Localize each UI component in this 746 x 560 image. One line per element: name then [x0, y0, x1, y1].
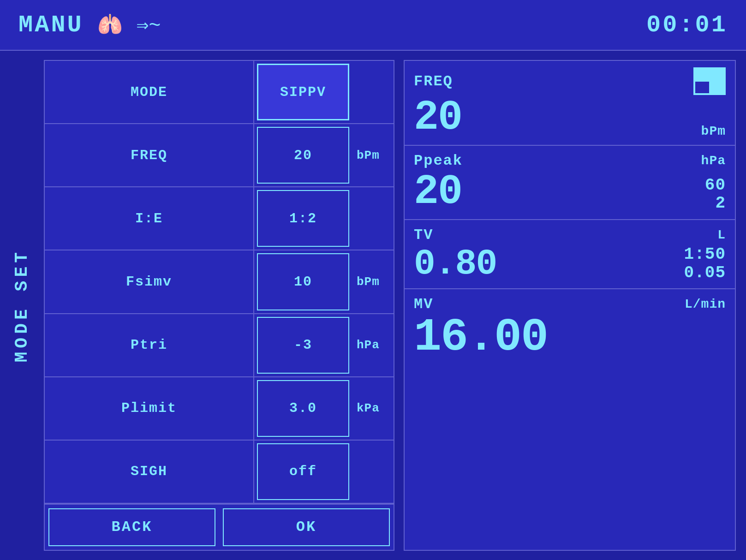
settings-row-ie: I:E 1:2 — [45, 187, 394, 250]
grid-cell-2 — [710, 69, 724, 81]
right-ppeak-stack: 60 2 — [705, 176, 726, 213]
right-ppeak-label: Ppeak — [414, 152, 463, 169]
settings-row-plimit: Plimit 3.0 kPa — [45, 377, 394, 441]
right-tv-small-bottom: 0.05 — [684, 264, 726, 282]
lungs-icon: 🫁 — [97, 12, 123, 37]
label-mode: MODE — [45, 61, 254, 123]
value-mode[interactable]: SIPPV — [257, 64, 349, 120]
right-mv-value-row: 16.00 — [414, 315, 726, 361]
right-tv-label: TV — [414, 226, 433, 244]
right-freq-unit: bPm — [701, 124, 726, 138]
right-tv-unit: L — [717, 228, 726, 242]
header-time: 00:01 — [646, 12, 728, 39]
value-ie[interactable]: 1:2 — [257, 190, 349, 247]
grid-icon — [693, 67, 726, 95]
value-plimit[interactable]: 3.0 — [257, 380, 349, 437]
header-title: MANU — [18, 12, 84, 39]
main-content: MODE SET MODE SIPPV FREQ 20 bPm I:E 1:2 … — [0, 51, 746, 560]
value-fsimv[interactable]: 10 — [257, 253, 349, 310]
right-ppeak-unit: hPa — [701, 154, 726, 168]
right-freq-value: 20 — [414, 97, 462, 138]
unit-ptri: hPa — [352, 314, 394, 376]
value-freq[interactable]: 20 — [257, 127, 349, 184]
right-ppeak-value: 20 — [414, 171, 462, 213]
right-ppeak-value-row: 20 60 2 — [414, 171, 726, 213]
button-row: BACK OK — [45, 504, 394, 550]
unit-freq: bPm — [352, 124, 394, 186]
right-mv-value: 16.00 — [414, 315, 548, 361]
grid-cell-3 — [695, 81, 710, 94]
right-tv-value-row: 0.80 1:50 0.05 — [414, 245, 726, 282]
unit-fsimv: bPm — [352, 250, 394, 313]
unit-sigh — [352, 441, 394, 503]
ventilator-icon: ⇒~ — [137, 12, 161, 37]
label-plimit: Plimit — [45, 377, 254, 440]
grid-cell-1 — [695, 69, 710, 81]
right-tv-small-top: 1:50 — [684, 245, 726, 264]
right-tv-section: TV L 0.80 1:50 0.05 — [405, 220, 735, 289]
settings-row-fsimv: Fsimv 10 bPm — [45, 250, 394, 314]
label-sigh: SIGH — [45, 441, 254, 503]
right-ppeak-section: Ppeak hPa 20 60 2 — [405, 146, 735, 220]
unit-ie — [352, 187, 394, 250]
right-panel: FREQ 20 bPm Ppeak hPa 20 — [404, 60, 736, 551]
grid-cell-4 — [710, 81, 724, 94]
right-tv-value: 0.80 — [414, 246, 496, 282]
right-mv-unit: L/min — [685, 297, 726, 311]
sidebar-label: MODE SET — [9, 60, 35, 551]
unit-plimit: kPa — [352, 377, 394, 440]
label-fsimv: Fsimv — [45, 250, 254, 313]
header: MANU 🫁 ⇒~ 00:01 — [0, 0, 746, 51]
label-ie: I:E — [45, 187, 254, 250]
ok-button[interactable]: OK — [223, 508, 390, 546]
right-freq-section: FREQ 20 bPm — [405, 61, 735, 146]
right-mv-header: MV L/min — [414, 296, 726, 313]
right-tv-header: TV L — [414, 226, 726, 244]
right-freq-label: FREQ — [414, 73, 453, 90]
right-ppeak-small-top: 60 — [705, 176, 726, 195]
right-tv-stack: 1:50 0.05 — [684, 245, 726, 282]
settings-row-ptri: Ptri -3 hPa — [45, 314, 394, 377]
right-ppeak-header: Ppeak hPa — [414, 152, 726, 169]
header-left: MANU 🫁 ⇒~ — [18, 12, 161, 39]
settings-row-sigh: SIGH off — [45, 441, 394, 504]
settings-row-freq: FREQ 20 bPm — [45, 124, 394, 187]
right-mv-label: MV — [414, 296, 433, 313]
right-ppeak-small-bottom: 2 — [715, 194, 726, 213]
label-ptri: Ptri — [45, 314, 254, 376]
unit-mode — [352, 61, 394, 123]
settings-panel: MODE SIPPV FREQ 20 bPm I:E 1:2 Fsimv 10 … — [44, 60, 394, 551]
settings-row-mode: MODE SIPPV — [45, 61, 394, 124]
back-button[interactable]: BACK — [48, 508, 215, 546]
right-freq-value-row: 20 bPm — [414, 97, 726, 138]
label-freq: FREQ — [45, 124, 254, 186]
value-ptri[interactable]: -3 — [257, 317, 349, 374]
right-freq-header: FREQ — [414, 67, 726, 95]
sidebar-mode-set-label: MODE SET — [13, 249, 31, 362]
right-mv-section: MV L/min 16.00 — [405, 289, 735, 550]
value-sigh[interactable]: off — [257, 443, 349, 500]
